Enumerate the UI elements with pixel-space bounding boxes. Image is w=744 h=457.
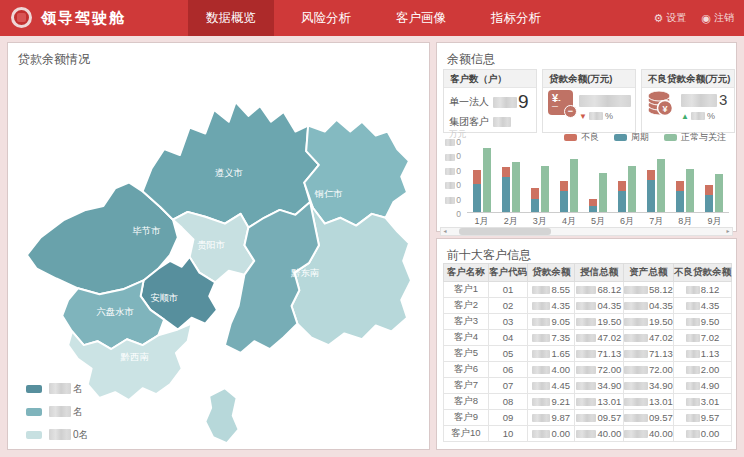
y-axis: 000000: [437, 141, 465, 213]
redacted-value: [532, 334, 550, 342]
nav-tab-1[interactable]: 数据概览: [188, 0, 274, 36]
single-entity-value-suffix: 9: [518, 91, 529, 113]
legend-swatch: [26, 385, 42, 393]
col-credit-total: 授信总额: [574, 264, 623, 282]
stacked-bar: [531, 188, 539, 212]
bar-normal: [512, 162, 520, 212]
map-legend-item: 名: [26, 400, 89, 423]
redacted-value: [576, 286, 596, 294]
col-asset-total: 资产总额: [623, 264, 673, 282]
map-region-tongren[interactable]: [304, 120, 409, 226]
bar-segment-npl: [676, 181, 684, 191]
scroll-left-arrow[interactable]: ◂: [441, 228, 449, 235]
bar-segment-npl: [531, 188, 539, 200]
redacted-value: [624, 430, 648, 438]
bar-segment-cycle: [589, 206, 597, 212]
bar-normal: [657, 159, 665, 212]
logout-button[interactable]: ◉ 注销: [701, 11, 734, 25]
legend-swatch: [26, 431, 42, 439]
legend-label-suffix: 名: [73, 382, 83, 396]
table-row: 客户2024.3504.3504.354.35: [444, 298, 732, 314]
loan-balance-map-panel: 贷款余额情况 遵义市 铜仁市 毕节市 贵阳市 六盘水市 安顺市 黔南 黔东南 黔…: [7, 42, 430, 450]
legend-swatch: [26, 408, 42, 416]
map-region-south-tail[interactable]: [205, 388, 238, 443]
redacted-value: [686, 398, 700, 406]
redacted-value: [681, 94, 717, 107]
stat-card-npl-balance: 不良贷款余额(万元) ¥ 3 ▲ %: [641, 69, 735, 133]
redacted-value: [576, 398, 596, 406]
redacted-value: [686, 302, 700, 310]
single-entity-label: 单一法人: [449, 95, 489, 109]
table-cell: 13.01: [574, 394, 623, 410]
bar-segment-cycle: [676, 191, 684, 212]
scrollbar-thumb[interactable]: [459, 228, 551, 235]
chart-horizontal-scrollbar[interactable]: ◂ ▸: [440, 227, 733, 236]
scroll-right-arrow[interactable]: ▸: [724, 228, 732, 235]
bar-segment-npl: [647, 170, 655, 180]
nav-tab-3[interactable]: 客户画像: [378, 0, 464, 36]
settings-button[interactable]: ⚙ 设置: [654, 11, 687, 25]
redacted-value: [686, 414, 700, 422]
table-row: 客户8089.2113.0113.013.01: [444, 394, 732, 410]
trend-up-icon: ▲: [681, 112, 689, 121]
redacted-value: [532, 382, 550, 390]
table-row: 客户10100.0040.0040.000.00: [444, 426, 732, 442]
table-row: 客户5051.6571.1371.131.13: [444, 346, 732, 362]
table-cell: 34.90: [623, 378, 673, 394]
bar-segment-cycle: [531, 199, 539, 212]
svg-text:¥: ¥: [662, 104, 667, 114]
table-cell: 客户8: [444, 394, 489, 410]
trend-suffix: %: [707, 111, 715, 121]
trend-down-icon: ▼: [579, 112, 587, 121]
legend-swatch: [564, 134, 577, 141]
map-region-zunyi[interactable]: [143, 102, 319, 227]
redacted-value: [576, 302, 596, 310]
bar-segment-cycle: [502, 177, 510, 212]
redacted-value: [624, 382, 648, 390]
table-cell: 9.57: [673, 410, 731, 426]
loan-balance-trend: ▼ %: [579, 111, 631, 121]
bar-normal: [483, 148, 491, 212]
redacted-value: [624, 318, 648, 326]
top10-customers-table: 客户名称 客户代码 贷款余额 授信总额 资产总额 不良贷款余额 客户1018.5…: [443, 263, 732, 442]
table-cell: 8.55: [528, 282, 575, 298]
redacted-value: [624, 414, 648, 422]
table-cell: 10: [488, 426, 528, 442]
nav-tab-2[interactable]: 风险分析: [283, 0, 369, 36]
redacted-value: [576, 414, 596, 422]
map-legend-item: 0名: [26, 423, 89, 446]
table-cell: 47.02: [623, 330, 673, 346]
stacked-bar: [502, 167, 510, 212]
redacted-value: [49, 406, 71, 417]
table-cell: 客户5: [444, 346, 489, 362]
stat-cards: 客户数（户） 单一法人 9 集团客户 贷款余额(万元) ¥-— −: [443, 69, 735, 133]
table-panel-title: 前十大客户信息: [437, 239, 736, 264]
stat-card-header: 不良贷款余额(万元): [642, 70, 734, 88]
table-cell: 客户6: [444, 362, 489, 378]
redacted-value: [49, 383, 71, 394]
table-cell: 客户9: [444, 410, 489, 426]
redacted-value: [532, 414, 550, 422]
yen-card-minus-icon: ¥-— −: [548, 90, 573, 115]
table-row: 客户3039.0519.5019.509.50: [444, 314, 732, 330]
table-cell: 0.00: [528, 426, 575, 442]
nav-tab-4[interactable]: 指标分析: [473, 0, 559, 36]
table-cell: 72.00: [623, 362, 673, 378]
bar-normal: [628, 166, 636, 212]
y-tick-label: 0: [456, 209, 461, 219]
minus-badge-icon: −: [564, 105, 577, 118]
stacked-bar: [676, 181, 684, 212]
table-cell: 9.87: [528, 410, 575, 426]
table-cell: 7.02: [673, 330, 731, 346]
col-loan-balance: 贷款余额: [528, 264, 575, 282]
table-cell: 47.02: [574, 330, 623, 346]
stacked-bar: [560, 181, 568, 212]
table-cell: 1.65: [528, 346, 575, 362]
balance-panel-title: 余额信息: [437, 43, 736, 68]
stacked-bar: [473, 170, 481, 212]
stacked-bar: [647, 170, 655, 212]
redacted-value: [686, 366, 700, 374]
logout-icon: ◉: [701, 12, 711, 25]
bar-group-8月: [676, 141, 694, 212]
npl-value-suffix: 3: [719, 91, 727, 108]
